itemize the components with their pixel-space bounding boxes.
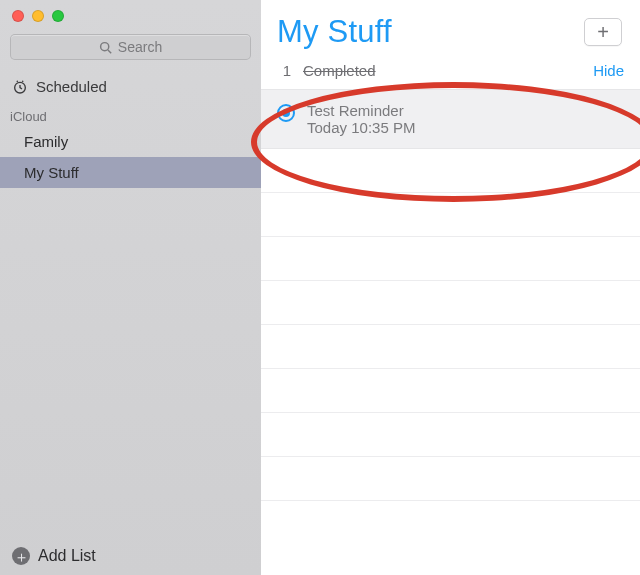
main-header: My Stuff + (261, 0, 640, 56)
search-container: Search (0, 30, 261, 70)
reminder-text: Test Reminder Today 10:35 PM (307, 102, 415, 136)
completed-label: Completed (303, 62, 376, 79)
close-window-button[interactable] (12, 10, 24, 22)
window-controls (0, 0, 261, 30)
search-input[interactable]: Search (10, 34, 251, 60)
empty-row[interactable] (261, 193, 640, 237)
empty-row[interactable] (261, 237, 640, 281)
scheduled-label: Scheduled (36, 78, 107, 95)
sidebar: Search Scheduled iCloud Family My Stuff … (0, 0, 261, 575)
fullscreen-window-button[interactable] (52, 10, 64, 22)
sidebar-item-label: My Stuff (24, 164, 79, 181)
reminder-title: Test Reminder (307, 102, 415, 119)
list-title: My Stuff (277, 14, 392, 50)
radio-dot-icon (282, 109, 290, 117)
app-window: Search Scheduled iCloud Family My Stuff … (0, 0, 640, 575)
completed-count: 1 (277, 62, 291, 79)
empty-rows (261, 149, 640, 575)
svg-line-1 (108, 49, 111, 52)
svg-point-0 (100, 42, 108, 50)
add-list-label: Add List (38, 547, 96, 565)
sidebar-item-family[interactable]: Family (0, 126, 261, 157)
clock-icon (12, 79, 28, 95)
search-icon (99, 41, 112, 54)
add-list-button[interactable]: ＋ Add List (0, 537, 261, 575)
empty-row[interactable] (261, 149, 640, 193)
plus-circle-icon: ＋ (12, 547, 30, 565)
empty-row[interactable] (261, 413, 640, 457)
empty-row[interactable] (261, 369, 640, 413)
reminder-row[interactable]: Test Reminder Today 10:35 PM (261, 89, 640, 149)
hide-completed-link[interactable]: Hide (593, 62, 624, 79)
sidebar-item-label: Family (24, 133, 68, 150)
section-label-icloud: iCloud (0, 103, 261, 126)
scheduled-group[interactable]: Scheduled (0, 70, 261, 103)
minimize-window-button[interactable] (32, 10, 44, 22)
reminder-subtitle: Today 10:35 PM (307, 119, 415, 136)
empty-row[interactable] (261, 325, 640, 369)
empty-row[interactable] (261, 457, 640, 501)
search-placeholder: Search (118, 39, 162, 55)
main-pane: My Stuff + 1 Completed Hide Test Reminde… (261, 0, 640, 575)
empty-row[interactable] (261, 281, 640, 325)
reminder-complete-toggle[interactable] (277, 104, 295, 122)
completed-section-header[interactable]: 1 Completed Hide (261, 56, 640, 89)
plus-icon: + (597, 21, 609, 44)
add-reminder-button[interactable]: + (584, 18, 622, 46)
sidebar-item-my-stuff[interactable]: My Stuff (0, 157, 261, 188)
